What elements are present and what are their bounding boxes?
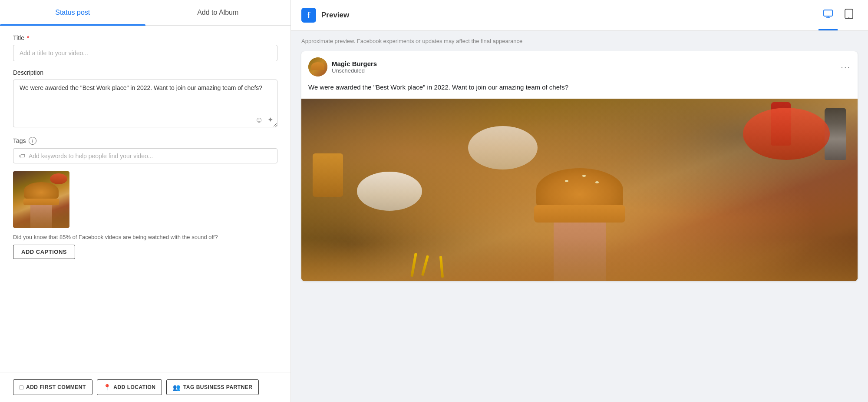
description-group: Description We were awarded the "Best Wo… [13,69,277,129]
post-author: Magic Burgers Unscheduled [308,57,377,76]
seed1 [565,180,568,182]
tag-icon: 🏷 [19,152,25,159]
preview-content: Magic Burgers Unscheduled ··· We were aw… [291,51,868,402]
required-star: * [27,34,29,41]
textarea-icons: ☺ ✦ [255,116,273,125]
seed2 [582,175,586,177]
preview-title-group: f Preview [301,8,349,23]
tab-status-post[interactable]: Status post [0,0,145,25]
video-thumbnail [13,171,69,228]
author-status: Unscheduled [332,67,377,74]
magic-icon[interactable]: ✦ [267,116,273,125]
tags-input-wrapper[interactable]: 🏷 [13,148,277,163]
red-plate [743,108,830,160]
tags-input[interactable] [29,153,272,159]
tab-add-to-album[interactable]: Add to Album [145,0,291,25]
tabs-header: Status post Add to Album [0,0,290,26]
seed3 [595,181,599,183]
preview-title: Preview [321,11,349,20]
location-icon: 📍 [103,384,111,391]
drink-glass [313,153,343,197]
tag-business-partner-label: TAG BUSINESS PARTNER [183,384,253,390]
mobile-icon[interactable] [840,6,858,24]
description-label: Description [13,69,277,76]
svg-point-4 [848,17,849,18]
preview-device-icons [818,6,858,24]
people-icon: 👥 [173,384,181,391]
desktop-icon[interactable] [818,6,838,24]
add-first-comment-button[interactable]: □ ADD FIRST COMMENT [13,379,92,395]
white-bowl-2 [357,172,422,211]
right-panel: f Preview Approximate preview. Facebook … [291,0,868,402]
preview-note: Approximate preview. Facebook experiment… [291,31,868,51]
description-textarea[interactable]: We were awarded the "Best Work place" in… [13,80,277,127]
fries-area [301,238,858,281]
tags-group: Tags i 🏷 [13,137,277,163]
svg-rect-0 [824,10,832,16]
left-panel: Status post Add to Album Title* Descript… [0,0,291,402]
author-info: Magic Burgers Unscheduled [332,60,377,74]
white-bowl [468,126,538,169]
facebook-post-card: Magic Burgers Unscheduled ··· We were aw… [301,51,858,281]
add-location-label: ADD LOCATION [113,384,155,390]
title-label: Title* [13,34,277,41]
author-name: Magic Burgers [332,60,377,67]
post-header: Magic Burgers Unscheduled ··· [301,51,858,83]
bottom-actions: □ ADD FIRST COMMENT 📍 ADD LOCATION 👥 TAG… [0,372,290,402]
post-image [301,99,858,281]
tags-label: Tags i [13,137,277,145]
title-group: Title* [13,34,277,61]
preview-header: f Preview [291,0,868,31]
tip-text: Did you know that 85% of Facebook videos… [13,234,277,240]
emoji-icon[interactable]: ☺ [255,116,263,125]
add-first-comment-label: ADD FIRST COMMENT [26,384,86,390]
thumb-inner [13,171,69,228]
add-captions-button[interactable]: ADD CAPTIONS [13,245,75,259]
comment-icon: □ [20,384,23,391]
post-text: We were awarded the "Best Work place" in… [301,83,858,99]
description-wrapper: We were awarded the "Best Work place" in… [13,80,277,129]
form-content: Title* Description We were awarded the "… [0,26,290,372]
bun-bottom [534,205,625,223]
add-location-button[interactable]: 📍 ADD LOCATION [97,379,162,395]
burger-visual [301,99,858,281]
tags-info-icon[interactable]: i [29,137,36,145]
author-avatar [308,57,327,76]
facebook-icon: f [301,8,316,23]
title-input[interactable] [13,45,277,61]
tag-business-partner-button[interactable]: 👥 TAG BUSINESS PARTNER [166,379,259,395]
post-more-options[interactable]: ··· [841,62,851,72]
